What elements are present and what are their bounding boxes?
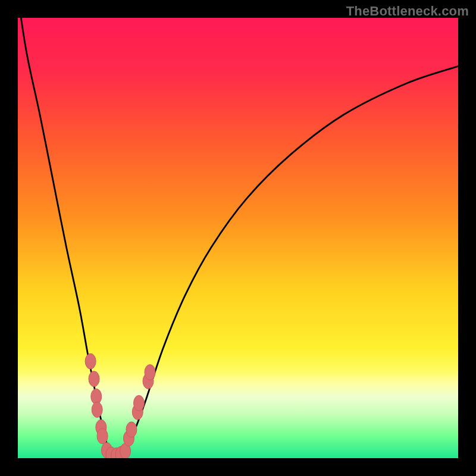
- marker-group: [85, 353, 155, 458]
- marker-dot: [145, 365, 155, 380]
- marker-dot: [92, 402, 102, 418]
- curve-layer: [18, 18, 458, 458]
- marker-dot: [85, 353, 96, 369]
- marker-dot: [134, 396, 145, 411]
- watermark-text: TheBottleneck.com: [346, 4, 469, 19]
- plot-area: [18, 18, 458, 458]
- chart-frame: TheBottleneck.com: [0, 0, 476, 476]
- bottleneck-curve: [18, 18, 458, 456]
- marker-dot: [97, 428, 108, 444]
- marker-dot: [89, 371, 99, 387]
- marker-dot: [126, 422, 137, 437]
